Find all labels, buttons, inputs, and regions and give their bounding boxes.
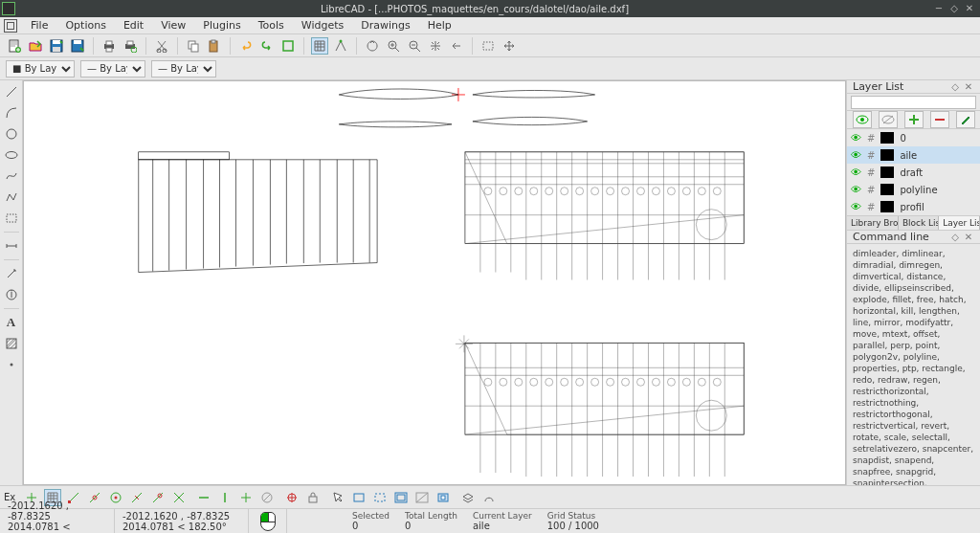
undo-button[interactable]: [237, 37, 255, 55]
text-tool[interactable]: A: [3, 315, 20, 330]
select-all-button[interactable]: [392, 489, 410, 506]
zoom-pan-button[interactable]: [501, 37, 518, 55]
dimension-tool[interactable]: [3, 238, 20, 254]
maximize-icon[interactable]: ◇: [949, 4, 959, 13]
select-tool[interactable]: [3, 211, 20, 226]
tab-library[interactable]: Library Bro...: [847, 216, 899, 230]
select-contour-button[interactable]: [480, 489, 498, 506]
width-select[interactable]: — By Layer: [80, 60, 145, 78]
invert-selection-button[interactable]: [434, 489, 452, 506]
layer-list[interactable]: 👁#0👁#aile👁#draft👁#polyline👁#profil: [847, 129, 980, 215]
zoom-auto-button[interactable]: [427, 37, 444, 55]
layer-add-button[interactable]: [904, 111, 924, 128]
visibility-icon[interactable]: 👁: [851, 184, 861, 196]
layer-remove-button[interactable]: [930, 111, 949, 128]
menu-drawings[interactable]: Drawings: [353, 17, 417, 33]
tab-blocklist[interactable]: Block List: [899, 216, 939, 230]
menu-options[interactable]: Options: [57, 17, 113, 33]
restrict-horizontal-button[interactable]: [195, 489, 212, 506]
open-button[interactable]: [27, 37, 44, 55]
polyline-tool[interactable]: [3, 189, 20, 205]
hatch-tool[interactable]: [3, 336, 20, 351]
fullscreen-button[interactable]: [279, 37, 297, 55]
print-preview-button[interactable]: [122, 37, 139, 55]
zoom-previous-button[interactable]: [448, 37, 465, 55]
zoom-window-button[interactable]: [479, 37, 497, 55]
tab-layerlist[interactable]: Layer List: [939, 216, 980, 230]
layer-row-aile[interactable]: 👁#aile: [847, 146, 980, 164]
menu-help[interactable]: Help: [420, 17, 459, 33]
spline-tool[interactable]: [3, 168, 20, 184]
point-tool[interactable]: [3, 357, 20, 372]
select-window-button[interactable]: [350, 489, 368, 506]
info-tool[interactable]: i: [3, 287, 20, 302]
snap-middle-button[interactable]: [128, 489, 145, 506]
menu-edit[interactable]: Edit: [116, 17, 151, 33]
visibility-icon[interactable]: 👁: [851, 201, 861, 213]
lock-icon[interactable]: #: [867, 185, 875, 195]
close-icon[interactable]: ✕: [965, 4, 974, 13]
layer-row-polyline[interactable]: 👁#polyline: [847, 181, 980, 198]
redo-button[interactable]: [258, 37, 276, 55]
layer-row-0[interactable]: 👁#0: [847, 129, 980, 146]
restrict-ortho-button[interactable]: [237, 489, 255, 506]
app-menu-icon[interactable]: [4, 19, 17, 33]
restrict-nothing-button[interactable]: [258, 489, 276, 506]
visibility-icon[interactable]: 👁: [851, 132, 861, 144]
cmd-close-icon[interactable]: ✕: [963, 232, 974, 243]
selection-pointer-button[interactable]: [329, 489, 346, 506]
menu-file[interactable]: File: [23, 17, 56, 33]
layer-filter-input[interactable]: [851, 96, 976, 109]
lock-icon[interactable]: #: [867, 150, 875, 161]
circle-tool[interactable]: [3, 126, 20, 142]
layer-edit-button[interactable]: [956, 111, 975, 128]
copy-button[interactable]: [185, 37, 202, 55]
lock-icon[interactable]: #: [867, 133, 875, 144]
paste-button[interactable]: [206, 37, 223, 55]
color-select[interactable]: ■ By Layer: [6, 60, 75, 78]
lock-icon[interactable]: #: [867, 167, 875, 178]
print-button[interactable]: [100, 37, 118, 55]
zoom-in-button[interactable]: [385, 37, 402, 55]
layer-hideall-button[interactable]: [879, 111, 898, 128]
linetype-select[interactable]: — By Layer: [151, 60, 216, 78]
visibility-icon[interactable]: 👁: [851, 167, 861, 179]
grid-toggle-button[interactable]: [311, 37, 328, 55]
visibility-icon[interactable]: 👁: [851, 149, 861, 162]
select-layer-button[interactable]: [459, 489, 477, 506]
layer-row-profil[interactable]: 👁#profil: [847, 198, 980, 215]
arc-tool[interactable]: [3, 105, 20, 121]
save-button[interactable]: [48, 37, 65, 55]
relzero-set-button[interactable]: [283, 489, 301, 506]
lock-icon[interactable]: #: [867, 202, 875, 212]
menu-widgets[interactable]: Widgets: [294, 17, 351, 33]
svg-rect-82: [397, 495, 405, 500]
panel-undock-icon[interactable]: ◇: [949, 81, 961, 93]
deselect-all-button[interactable]: [413, 489, 431, 506]
cut-button[interactable]: [153, 37, 170, 55]
menu-plugins[interactable]: Plugins: [195, 17, 248, 33]
zoom-redraw-button[interactable]: [364, 37, 381, 55]
line-tool[interactable]: [3, 84, 20, 100]
cmd-undock-icon[interactable]: ◇: [949, 232, 961, 243]
layer-showall-button[interactable]: [853, 111, 872, 128]
deselect-window-button[interactable]: [371, 489, 389, 506]
snap-center-button[interactable]: [107, 489, 124, 506]
drawing-canvas[interactable]: [23, 80, 846, 485]
layer-row-draft[interactable]: 👁#draft: [847, 164, 980, 181]
svg-text:i: i: [10, 288, 12, 300]
snap-intersection-button[interactable]: [170, 489, 188, 506]
panel-close-icon[interactable]: ✕: [963, 81, 974, 93]
draft-mode-button[interactable]: [332, 37, 349, 55]
snap-dist-button[interactable]: [149, 489, 167, 506]
relzero-lock-button[interactable]: [304, 489, 322, 506]
modify-tool[interactable]: [3, 266, 20, 281]
zoom-out-button[interactable]: [406, 37, 423, 55]
new-button[interactable]: [6, 37, 23, 55]
menu-tools[interactable]: Tools: [251, 17, 292, 33]
saveas-button[interactable]: [69, 37, 86, 55]
menu-view[interactable]: View: [153, 17, 193, 33]
minimize-icon[interactable]: −: [934, 4, 944, 13]
ellipse-tool[interactable]: [3, 147, 20, 163]
restrict-vertical-button[interactable]: [216, 489, 234, 506]
